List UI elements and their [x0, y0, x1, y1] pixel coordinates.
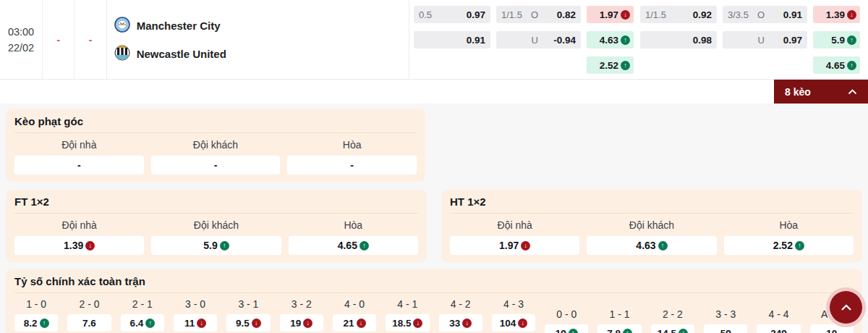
score-label: 4 - 1 [386, 298, 429, 311]
hdp-away-cell-g2[interactable]: 0.98 [640, 31, 717, 49]
odds-value: 11 [184, 318, 195, 329]
score-col-4-1: 4 - 1 18.5 229 [386, 298, 429, 333]
score-odds-cell[interactable]: 7.6 [67, 314, 111, 332]
score-column-2: - [75, 0, 106, 79]
ft-home-cell[interactable]: 1.39 [14, 236, 144, 255]
score-col-4-0: 4 - 0 21 249 [333, 298, 376, 333]
over-odds: 0.82 [545, 9, 576, 20]
home-1x2-cell-g2[interactable]: 1.39 [813, 6, 860, 23]
score-odds-cell[interactable]: 9.5 [226, 314, 270, 332]
ht-1x2-panel: HT 1×2 Đội nhà Đội khách Hòa 1.97 4.63 2… [441, 190, 862, 262]
ft-away-cell[interactable]: 5.9 [151, 236, 281, 255]
ht-home-cell[interactable]: 1.97 [450, 236, 579, 255]
score-odds-cell[interactable]: 6.4 [121, 314, 164, 332]
hdp-away-odds: 0.91 [467, 35, 485, 46]
home-1x2-cell-g1[interactable]: 1.97 [587, 6, 634, 23]
trend-up-icon [220, 241, 229, 250]
away-1x2-cell-g1[interactable]: 4.63 [587, 31, 634, 49]
corner-draw-cell: - [287, 156, 417, 174]
trend-up-icon [40, 319, 49, 328]
odds-panels-area: Kèo phạt góc Đội nhà Đội khách Hòa - - -… [0, 104, 868, 333]
ou-under-cell-g1[interactable]: U -0.94 [496, 31, 581, 49]
chevron-up-icon [841, 301, 852, 314]
odds-value: 1.97 [499, 240, 519, 251]
hdp-home-odds: 0.92 [693, 9, 712, 20]
score-odds-cell[interactable]: 33 [439, 314, 482, 332]
trend-down-icon [303, 319, 312, 328]
hdp-home-cell-g2[interactable]: 1/1.5 0.92 [640, 6, 717, 23]
ht-panel-title: HT 1×2 [450, 195, 854, 214]
ou-line: 3/3.5 [728, 9, 749, 20]
scroll-to-top-button[interactable] [830, 291, 862, 324]
hdp-home-cell-g1[interactable]: 0.5 0.97 [414, 6, 490, 23]
away-1x2-odds: 4.63 [600, 35, 618, 46]
score-odds-cell[interactable]: 19 [545, 324, 588, 333]
trend-up-icon [621, 35, 630, 45]
odds-value: 59 [720, 328, 731, 333]
home-team-row[interactable]: Manchester City [114, 17, 409, 35]
score-label: 3 - 0 [174, 298, 217, 311]
trend-down-icon [357, 319, 366, 328]
match-time: 03:00 [8, 26, 34, 38]
manchester-city-logo-icon [114, 17, 130, 35]
corner-home-cell: - [14, 156, 144, 174]
trend-up-icon [145, 319, 155, 328]
score-odds-cell[interactable]: 7.8 [597, 324, 641, 333]
odds-value: 9.5 [236, 318, 250, 329]
under-label: U [758, 35, 765, 46]
score-odds-cell[interactable]: 249 [757, 324, 800, 333]
match-date: 22/02 [8, 42, 34, 54]
trend-up-icon [678, 329, 688, 333]
match-time-cell: 03:00 22/02 [0, 0, 43, 79]
score-odds-cell[interactable]: 8.2 [14, 314, 58, 332]
trend-up-icon [623, 329, 632, 333]
score-odds-cell[interactable]: 104 [492, 314, 535, 332]
keo-toggle-row: 8 kèo [0, 80, 868, 104]
hdp-away-cell-g1[interactable]: 0.91 [414, 31, 490, 49]
score-odds-cell[interactable]: 19 [280, 314, 323, 332]
score-label: 3 - 1 [226, 298, 270, 311]
away-1x2-cell-g2[interactable]: 5.9 [813, 31, 860, 49]
draw-1x2-cell-g1[interactable]: 2.52 [587, 56, 634, 74]
score-odds-cell[interactable]: 21 [333, 314, 376, 332]
ou-over-cell-g2[interactable]: 3/3.5 O 0.91 [723, 6, 807, 23]
score-label: 4 - 4 [757, 308, 800, 321]
score-label: 2 - 1 [121, 298, 164, 311]
score-panel-title: Tỷ số chính xác toàn trận [14, 275, 854, 293]
away-1x2-odds: 5.9 [831, 35, 845, 46]
home-1x2-odds: 1.97 [600, 9, 618, 20]
score-odds-cell[interactable]: 14.5 [651, 324, 694, 333]
draw-1x2-cell-g2[interactable]: 4.65 [813, 56, 860, 74]
away-header: Đội khách [587, 218, 716, 232]
trend-up-icon [621, 61, 630, 70]
score-column-1: - [43, 0, 75, 79]
keo-count-button[interactable]: 8 kèo [774, 80, 868, 104]
trend-down-icon [85, 241, 95, 250]
odds-value: 33 [449, 318, 460, 329]
score-label: 2 - 0 [67, 298, 111, 311]
ht-draw-cell[interactable]: 2.52 [724, 236, 854, 255]
score-odds-cell[interactable]: 10 [810, 324, 854, 333]
score-label: 4 - 3 [492, 298, 535, 311]
trend-up-icon [359, 241, 369, 250]
score-odds-cell[interactable]: 59 [704, 324, 747, 333]
over-label: O [531, 9, 538, 20]
trend-up-icon [795, 241, 804, 250]
over-odds: 0.91 [772, 9, 802, 20]
score-odds-cell[interactable]: 11 [174, 314, 217, 332]
odds-value: 7.6 [82, 318, 96, 329]
draw-1x2-odds: 2.52 [600, 60, 618, 71]
away-team-name: Newcastle United [137, 48, 226, 60]
odds-group-2: 1/1.5 0.92 3/3.5 O 0.91 1.39 0.98 U 0.97… [640, 6, 862, 79]
hdp-line: 1/1.5 [645, 9, 666, 20]
ft-1x2-panel: FT 1×2 Đội nhà Đội khách Hòa 1.39 5.9 4.… [6, 190, 427, 262]
ft-draw-cell[interactable]: 4.65 [289, 236, 418, 255]
away-team-row[interactable]: Newcastle United [114, 45, 409, 63]
spacer [640, 56, 717, 74]
ou-under-cell-g2[interactable]: U 0.97 [723, 31, 807, 49]
score-col-2-2: 2 - 2 14.5 [651, 298, 694, 333]
ou-over-cell-g1[interactable]: 1/1.5 O 0.82 [496, 6, 581, 23]
ht-away-cell[interactable]: 4.63 [587, 236, 716, 255]
score-odds-cell[interactable]: 18.5 [386, 314, 429, 332]
trend-down-icon [413, 319, 422, 328]
